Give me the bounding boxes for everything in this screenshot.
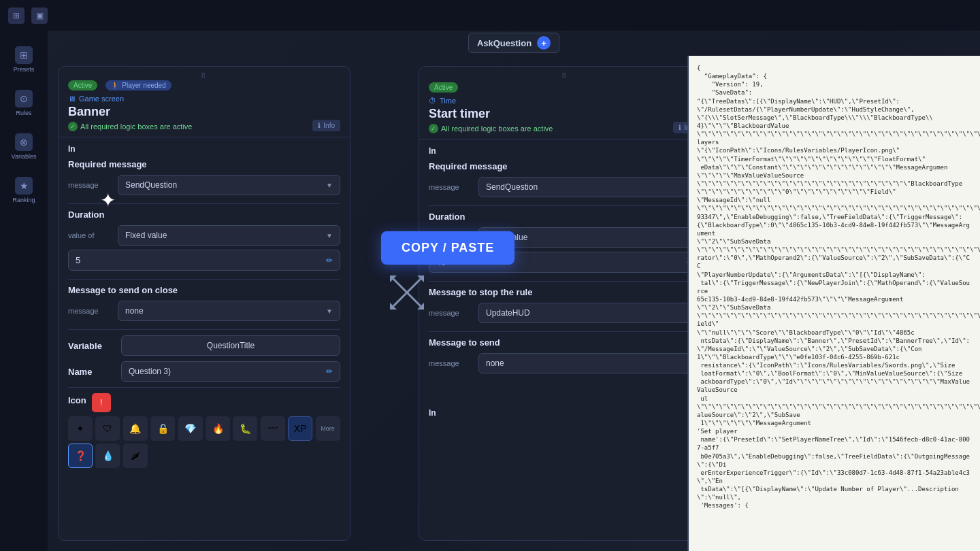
icon-cell-gem[interactable]: 💎 bbox=[178, 416, 203, 441]
name-row: Name Question 3) ✏ bbox=[68, 361, 340, 382]
sidebar-item-rules[interactable]: ⊙ Rules bbox=[7, 84, 41, 122]
left-info-button[interactable]: ℹ Info bbox=[312, 120, 340, 131]
duration-number-input[interactable]: 5 ✏ bbox=[68, 250, 340, 271]
node-title-text: AskQuestion bbox=[477, 38, 532, 48]
icon-cell-bell[interactable]: 🔔 bbox=[123, 416, 148, 441]
chevron-down-icon-3: ▼ bbox=[326, 307, 333, 315]
icon-grid: ✦ 🛡 🔔 🔒 💎 🔥 🐛 〰 XP More ❓ 💧 🌶 bbox=[68, 416, 340, 468]
left-active-badge: Active bbox=[68, 80, 97, 90]
ranking-label: Ranking bbox=[12, 197, 35, 204]
message-close-row: message none ▼ bbox=[68, 301, 340, 321]
collapse-arrows bbox=[387, 272, 427, 316]
name-label: Name bbox=[68, 367, 116, 377]
presets-icon: ⊞ bbox=[15, 46, 33, 64]
value-of-label: value of bbox=[68, 231, 112, 239]
icon-cell-wave[interactable]: 〰 bbox=[261, 416, 285, 441]
right-divider-1 bbox=[429, 205, 701, 206]
right-required-message-title: Required message bbox=[429, 161, 701, 171]
presets-label: Presets bbox=[14, 67, 35, 73]
left-panel-status: All required logic boxes are active bbox=[68, 122, 340, 131]
right-node-panel: ⠿ Active ⏱ Time Start timer All required… bbox=[419, 66, 711, 541]
right-divider-2 bbox=[429, 281, 701, 282]
message-stop-label: message bbox=[429, 309, 473, 317]
sidebar: ⊞ Presets ⊙ Rules ⊗ Variables ★ Ranking bbox=[0, 31, 48, 551]
icon-section-label: Icon bbox=[68, 395, 86, 405]
right-panel-header: ⠿ Active ⏱ Time Start timer All required… bbox=[419, 67, 710, 139]
right-duration-title: Duration bbox=[429, 212, 701, 222]
icon-cell-flame[interactable]: 🌶 bbox=[123, 444, 148, 468]
copy-paste-container: COPY / PASTE bbox=[381, 231, 514, 265]
message-send-group: Message to send message none bbox=[429, 337, 701, 373]
name-value[interactable]: Question 3) ✏ bbox=[121, 361, 340, 382]
variable-row: Variable QuestionTitle bbox=[68, 335, 340, 356]
left-message-select[interactable]: SendQuestion ▼ bbox=[118, 175, 340, 195]
duration-group: Duration value of Fixed value ▼ 5 ✏ bbox=[68, 210, 340, 271]
message-send-row: message none bbox=[429, 353, 701, 373]
right-divider-3 bbox=[429, 331, 701, 332]
message-send-select[interactable]: none bbox=[478, 353, 701, 373]
right-in-label: In bbox=[429, 146, 701, 156]
window-icon: ▣ bbox=[31, 7, 48, 24]
node-title: AskQuestion + bbox=[468, 33, 559, 53]
message-stop-title: Message to stop the rule bbox=[429, 287, 701, 297]
sidebar-item-variables[interactable]: ⊗ Variables bbox=[7, 128, 41, 166]
drag-handle-right: ⠿ bbox=[561, 72, 568, 80]
right-active-badge: Active bbox=[429, 82, 458, 93]
duration-type-row: value of Fixed value ▼ bbox=[68, 225, 340, 246]
screen-icon: 🖥 bbox=[68, 95, 76, 103]
message-send-title: Message to send bbox=[429, 337, 701, 348]
ranking-icon: ★ bbox=[15, 177, 33, 195]
message-label: message bbox=[68, 181, 112, 189]
icon-cell-fire[interactable]: 🔥 bbox=[206, 416, 230, 441]
icon-cell-water[interactable]: 💧 bbox=[95, 444, 120, 468]
message-stop-row: message UpdateHUD bbox=[429, 303, 701, 323]
rules-icon: ⊙ bbox=[15, 90, 33, 107]
message-stop-select[interactable]: UpdateHUD bbox=[478, 303, 701, 323]
left-panel-body: In Required message message SendQuestion… bbox=[59, 137, 350, 475]
player-badge: 🚶 Player needed bbox=[105, 80, 172, 90]
left-panel-title: Banner bbox=[68, 105, 340, 119]
icon-cell-xp[interactable]: XP bbox=[288, 416, 312, 441]
right-required-message-group: Required message message SendQuestion ▼ bbox=[429, 161, 701, 197]
divider-3 bbox=[68, 329, 340, 330]
sidebar-item-ranking[interactable]: ★ Ranking bbox=[7, 171, 41, 210]
variables-icon: ⊗ bbox=[15, 133, 33, 151]
icon-cell-more[interactable]: More bbox=[316, 416, 340, 441]
divider-4 bbox=[68, 387, 340, 388]
sidebar-item-presets[interactable]: ⊞ Presets bbox=[7, 41, 41, 79]
info-icon: ℹ bbox=[318, 122, 321, 129]
rules-label: Rules bbox=[16, 110, 31, 117]
duration-type-select[interactable]: Fixed value ▼ bbox=[118, 225, 340, 246]
icon-cell-star[interactable]: ✦ bbox=[68, 416, 93, 441]
right-required-message-row: message SendQuestion ▼ bbox=[429, 177, 701, 197]
right-screen-label: ⏱ Time bbox=[429, 97, 701, 105]
chevron-down-icon-2: ▼ bbox=[326, 232, 333, 239]
left-panel-header: ⠿ Active 🚶 Player needed 🖥 Game screen B… bbox=[59, 67, 350, 137]
variable-value: QuestionTitle bbox=[121, 335, 340, 356]
icon-cell-lock[interactable]: 🔒 bbox=[150, 416, 175, 441]
right-info-icon: ℹ bbox=[679, 124, 681, 131]
sparkle-icon: ✦ bbox=[100, 189, 116, 212]
copy-paste-button[interactable]: COPY / PASTE bbox=[381, 231, 514, 265]
add-node-button[interactable]: + bbox=[537, 36, 551, 50]
required-message-title: Required message bbox=[68, 159, 340, 169]
message-close-title: Message to send on close bbox=[68, 285, 340, 295]
icon-cell-shield[interactable]: 🛡 bbox=[95, 416, 120, 441]
message-stop-group: Message to stop the rule message UpdateH… bbox=[429, 287, 701, 323]
variable-label: Variable bbox=[68, 341, 116, 351]
time-icon: ⏱ bbox=[429, 97, 436, 105]
message-close-select[interactable]: none ▼ bbox=[118, 301, 340, 321]
name-edit-icon: ✏ bbox=[326, 367, 333, 376]
right-message-label: message bbox=[429, 183, 473, 191]
icon-cell-bug[interactable]: 🐛 bbox=[233, 416, 257, 441]
icon-cell-selected[interactable]: ❓ bbox=[68, 444, 93, 468]
right-panel-status: All required logic boxes are active bbox=[429, 124, 701, 133]
right-in-label-bottom: In bbox=[429, 408, 436, 418]
message-send-label: message bbox=[429, 359, 473, 367]
right-message-select[interactable]: SendQuestion ▼ bbox=[478, 177, 701, 197]
player-icon: 🚶 bbox=[111, 82, 119, 89]
message-close-label: message bbox=[68, 307, 112, 315]
variables-label: Variables bbox=[12, 154, 37, 161]
edit-icon: ✏ bbox=[326, 256, 333, 265]
json-panel: { "GameplayData": { "Version": 19, "Save… bbox=[687, 56, 980, 551]
